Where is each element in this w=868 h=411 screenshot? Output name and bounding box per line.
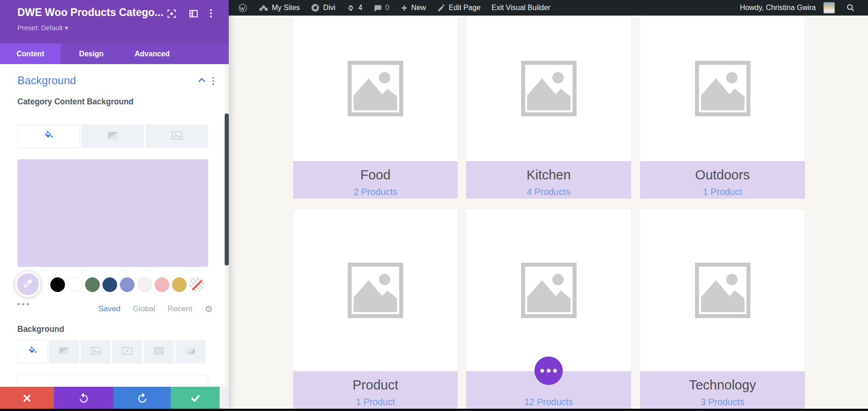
palette-swatch-transparent[interactable] [189,277,204,292]
preset-dropdown[interactable]: Preset: Default ▾ [17,24,68,32]
color-preview-swatch[interactable] [17,159,208,267]
divi-gauge-icon [311,3,320,12]
divi-settings-panel: DWE Woo Products Catego... Preset: Defau… [0,0,229,411]
panel-layout-icon[interactable] [188,8,199,21]
paint-bucket-icon [44,130,54,142]
palette-swatch[interactable] [172,277,187,292]
chevron-up-icon[interactable] [198,77,206,85]
category-card[interactable]: Technology 3 Products [640,209,805,409]
close-icon [22,394,32,403]
palette-swatch[interactable] [102,277,117,292]
new-menu[interactable]: New [395,0,431,16]
updates-menu[interactable]: 4 [341,0,368,16]
palette-swatch[interactable] [137,277,152,292]
gradient-icon [59,347,69,357]
avatar [823,2,835,14]
category-name: Outdoors [640,166,805,184]
panel-tabs: Content Design Advanced [0,43,229,64]
wordpress-logo-icon[interactable] [232,0,253,16]
category-name: Kitchen [466,166,631,184]
gear-icon[interactable]: ⚙ [205,304,213,314]
tab-advanced[interactable]: Advanced [122,43,183,64]
background-label: Background [17,324,146,335]
howdy-label: Howdy, Christina Gwira [740,4,816,12]
category-card[interactable]: Product 1 Product [293,209,458,409]
image-icon [172,131,183,141]
my-sites-menu[interactable]: My Sites [253,0,305,16]
undo-icon [78,392,90,404]
category-count-link[interactable]: 12 Products [524,397,573,407]
comments-menu[interactable]: 0 [368,0,395,16]
bg-gradient-tab[interactable] [49,340,79,363]
palette-swatch[interactable] [50,277,65,292]
panel-header: DWE Woo Products Catego... Preset: Defau… [0,0,229,43]
category-count-link[interactable]: 1 Product [703,187,742,197]
color-palette [50,277,204,292]
page-canvas: Food 2 Products Kitchen 4 Products Outdo [229,0,868,411]
my-sites-label: My Sites [272,4,300,12]
panel-scrollbar-thumb[interactable] [225,114,229,265]
exit-visual-builder-button[interactable]: Exit Visual Builder [486,0,556,16]
save-button[interactable] [171,387,220,409]
category-card[interactable]: Food 2 Products [293,16,458,198]
exit-visual-builder-label: Exit Visual Builder [491,4,550,12]
expand-panel-icon[interactable] [166,8,177,21]
discard-button[interactable] [0,387,54,409]
bg-color-tab[interactable] [17,340,48,363]
tab-content[interactable]: Content [0,43,61,64]
module-options-button[interactable] [534,357,563,385]
category-content-background-label: Category Content Background [17,96,146,108]
redo-button[interactable] [113,387,171,409]
new-label: New [411,4,426,12]
category-card[interactable]: Outdoors 1 Product [640,16,805,198]
panel-menu-icon[interactable] [210,9,212,17]
bg-gradient-tab[interactable] [81,124,144,148]
bg-image-tab[interactable] [81,340,111,363]
category-count-link[interactable]: 3 Products [701,397,744,407]
action-bar-gutter [220,387,229,409]
video-icon [122,347,132,357]
background-section-menu-icon[interactable] [212,77,214,85]
search-button[interactable] [841,0,861,16]
category-count-link[interactable]: 4 Products [527,187,571,197]
category-card[interactable]: 12 Products [466,209,631,409]
category-placeholder-image [640,209,805,371]
palette-swatch[interactable] [68,277,82,292]
edit-page-menu[interactable]: Edit Page [431,0,486,16]
check-icon [190,393,200,403]
saved-colors-link[interactable]: Saved [98,304,120,314]
bg-video-tab[interactable] [112,340,142,363]
current-color-picker[interactable] [15,271,41,297]
palette-swatch[interactable] [120,277,135,292]
more-options-icon[interactable] [17,303,29,305]
category-count-link[interactable]: 1 Product [356,397,395,407]
category-name: Food [293,166,458,184]
background-section-toggle[interactable]: Background [17,74,76,87]
tab-design[interactable]: Design [61,43,122,64]
comments-count: 0 [385,4,389,12]
global-colors-link[interactable]: Global [133,304,155,314]
account-menu[interactable]: Howdy, Christina Gwira [734,0,841,16]
palette-swatch[interactable] [85,277,100,292]
category-placeholder-image [293,16,458,161]
recent-colors-link[interactable]: Recent [167,304,192,314]
bg-image-tab[interactable] [146,124,208,148]
background-type-tabs [17,124,208,148]
divi-menu[interactable]: Divi [305,0,341,16]
category-placeholder-image [466,16,631,161]
palette-links: Saved Global Recent ⚙ [98,304,213,314]
pattern-icon [154,347,164,357]
undo-button[interactable] [54,387,113,409]
bg-mask-tab[interactable] [175,340,205,363]
category-count-link[interactable]: 2 Products [354,187,398,197]
redo-icon [136,392,148,404]
pencil-icon [437,4,446,12]
plus-icon [400,4,408,12]
panel-title: DWE Woo Products Catego... [17,6,163,19]
edit-page-label: Edit Page [449,4,480,12]
bg-color-tab[interactable] [17,124,80,148]
palette-swatch[interactable] [155,277,169,292]
bg-pattern-tab[interactable] [144,340,174,363]
category-card[interactable]: Kitchen 4 Products [466,16,631,198]
category-name: Technology [640,376,805,394]
